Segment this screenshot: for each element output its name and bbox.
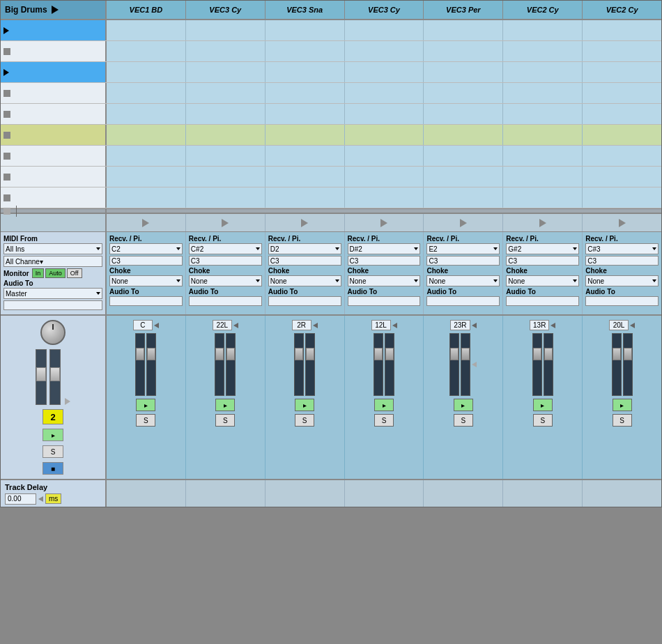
mixer-fader-handle-4[interactable] [450, 348, 459, 360]
monitor-off-btn[interactable]: Off [67, 268, 82, 278]
note-dropdown-2[interactable]: D2 [268, 243, 341, 254]
mixer-fader-handle2-4[interactable] [461, 348, 470, 360]
note-dropdown-5[interactable]: G#2 [506, 243, 579, 254]
transport-play-icon-2[interactable] [301, 219, 308, 227]
clip-slot-2[interactable] [1, 62, 107, 82]
mixer-mute-4[interactable]: ▸ [454, 399, 473, 411]
choke-dropdown-2[interactable]: None [268, 275, 341, 286]
note-dropdown-4[interactable]: E2 [426, 243, 500, 254]
mixer-solo-3[interactable]: S [374, 414, 394, 427]
clip-stop-icon-4[interactable] [3, 111, 10, 118]
mixer-fader-handle2-5[interactable] [544, 348, 553, 360]
transport-play-icon-0[interactable] [142, 219, 149, 227]
clip-stop-icon-5[interactable] [3, 132, 10, 139]
mixer-fader-track-5[interactable] [532, 333, 542, 396]
transport-play-icon-4[interactable] [460, 219, 467, 227]
mixer-fader-handle2-2[interactable] [306, 348, 314, 360]
mixer-mute-5[interactable]: ▸ [533, 399, 553, 411]
mixer-fader-track2-5[interactable] [544, 333, 553, 396]
mixer-fader-handle2-6[interactable] [624, 348, 632, 360]
mixer-mute-2[interactable]: ▸ [295, 399, 314, 411]
mixer-fader-track-1[interactable] [215, 333, 224, 396]
mixer-fader-track-0[interactable] [135, 333, 145, 396]
clip-play-icon-2[interactable] [3, 69, 9, 76]
mixer-fader-handle-3[interactable] [374, 348, 383, 360]
clip-slot-7[interactable] [1, 167, 107, 187]
mixer-fader-track2-0[interactable] [146, 333, 156, 396]
track-play-icon[interactable] [52, 6, 59, 14]
choke-dropdown-1[interactable]: None [189, 275, 262, 286]
all-channels-dropdown[interactable]: All Channe▾ [3, 256, 102, 267]
note-dropdown-1[interactable]: C#2 [189, 243, 262, 254]
clip-stop-icon-7[interactable] [3, 174, 10, 181]
ms-button[interactable]: ms [45, 493, 61, 504]
monitor-auto-btn[interactable]: Auto [45, 268, 66, 278]
mixer-fader-track-2[interactable] [294, 333, 304, 396]
clip-right-1-6 [503, 41, 583, 61]
mixer-fader-track2-6[interactable] [623, 333, 633, 396]
mixer-solo-1[interactable]: S [215, 414, 235, 427]
note-dropdown-6[interactable]: C#3 [585, 243, 659, 254]
clip-slot-4[interactable] [1, 104, 107, 124]
main-mute-button[interactable]: ▸ [43, 429, 63, 441]
clip-right-2-1 [107, 62, 186, 82]
clip-stop-icon-3[interactable] [3, 90, 10, 97]
choke-dropdown-3[interactable]: None [348, 275, 421, 286]
clip-slot-3[interactable] [1, 83, 107, 103]
activator-button[interactable]: ■ [43, 462, 63, 475]
clip-stop-icon-1[interactable] [3, 48, 10, 55]
clip-slot-6[interactable] [1, 146, 107, 166]
monitor-in-btn[interactable]: In [32, 268, 45, 278]
mixer-fader-handle-2[interactable] [295, 348, 303, 360]
mixer-fader-handle-6[interactable] [613, 348, 621, 360]
mixer-fader-handle2-0[interactable] [147, 348, 155, 360]
mixer-mute-1[interactable]: ▸ [215, 399, 235, 411]
transport-play-icon-5[interactable] [539, 219, 546, 227]
clip-slot-5[interactable] [1, 125, 107, 145]
mixer-solo-4[interactable]: S [454, 414, 473, 427]
transport-play-icon-1[interactable] [222, 219, 229, 227]
choke-dropdown-5[interactable]: None [506, 275, 579, 286]
mixer-fader-handle2-3[interactable] [385, 348, 394, 360]
mixer-mute-0[interactable]: ▸ [136, 399, 155, 411]
transport-play-icon-3[interactable] [380, 219, 387, 227]
mixer-solo-6[interactable]: S [613, 414, 632, 427]
clip-stop-icon-6[interactable] [3, 153, 10, 160]
main-solo-button[interactable]: S [43, 445, 63, 458]
pan-knob[interactable] [40, 320, 66, 345]
mixer-mute-3[interactable]: ▸ [374, 399, 394, 411]
mixer-fader-handle2-1[interactable] [226, 348, 235, 360]
clip-stop-icon-8[interactable] [3, 194, 10, 201]
note-dropdown-0[interactable]: C2 [109, 243, 183, 254]
main-fader-handle[interactable] [36, 367, 46, 381]
choke-label-6: Choke [585, 267, 659, 275]
mixer-fader-track2-4[interactable] [461, 333, 470, 396]
mixer-solo-0[interactable]: S [136, 414, 155, 427]
mixer-solo-5[interactable]: S [533, 414, 553, 427]
all-ins-dropdown[interactable]: All Ins [3, 243, 102, 254]
mixer-fader-track2-1[interactable] [226, 333, 236, 396]
mixer-fader-handle-5[interactable] [533, 348, 541, 360]
mixer-mute-6[interactable]: ▸ [613, 399, 632, 411]
mixer-fader-track2-2[interactable] [305, 333, 315, 396]
note-dropdown-3[interactable]: D#2 [348, 243, 421, 254]
mixer-fader-track-4[interactable] [449, 333, 459, 396]
clip-slot-0[interactable] [1, 20, 107, 40]
mixer-fader-track2-3[interactable] [385, 333, 394, 396]
master-dropdown[interactable]: Master [3, 288, 102, 299]
transport-play-icon-6[interactable] [619, 219, 626, 227]
mixer-fader-handle-0[interactable] [136, 348, 144, 360]
clip-play-icon-0[interactable] [3, 27, 9, 34]
delay-value-box[interactable]: 0.00 [5, 493, 36, 505]
clip-slot-1[interactable] [1, 41, 107, 61]
mixer-fader-handle-1[interactable] [215, 348, 224, 360]
main-fader-handle2[interactable] [50, 367, 60, 381]
main-fader-track2[interactable] [49, 349, 61, 405]
main-fader-track[interactable] [36, 349, 47, 405]
choke-dropdown-6[interactable]: None [585, 275, 659, 286]
mixer-solo-2[interactable]: S [295, 414, 314, 427]
mixer-fader-track-3[interactable] [374, 333, 383, 396]
choke-dropdown-4[interactable]: None [426, 275, 500, 286]
choke-dropdown-0[interactable]: None [109, 275, 183, 286]
mixer-fader-track-6[interactable] [612, 333, 622, 396]
